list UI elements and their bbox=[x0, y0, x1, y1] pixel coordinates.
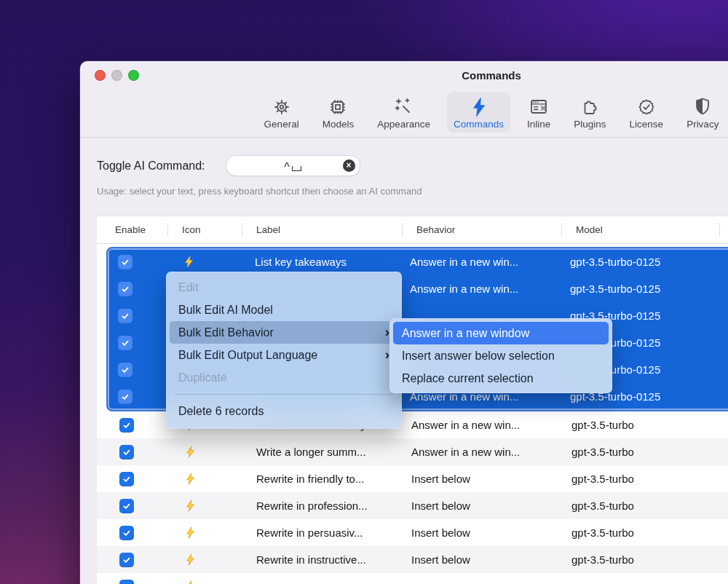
row-behavior: Answer in a new win... bbox=[402, 446, 561, 458]
preferences-toolbar: General Models Appearance Commands ⌘ Inl… bbox=[80, 89, 728, 138]
row-label: Write a longer summ... bbox=[242, 446, 402, 458]
column-header-enable[interactable]: Enable bbox=[97, 216, 167, 243]
submenu-item-insert-below-selection[interactable]: Insert answer below selection bbox=[393, 344, 609, 367]
tab-privacy[interactable]: Privacy bbox=[680, 92, 725, 133]
clear-shortcut-button[interactable]: × bbox=[343, 159, 355, 172]
row-model: gpt-3.5-turbo bbox=[561, 473, 719, 485]
lightning-icon bbox=[184, 526, 242, 539]
row-behavior: Insert below bbox=[402, 500, 561, 512]
submenu-item-replace-current-selection[interactable]: Replace current selection bbox=[393, 367, 609, 390]
menu-item-bulk-edit-behavior[interactable]: Bulk Edit Behavior › bbox=[170, 321, 398, 344]
row-behavior: Insert below bbox=[402, 553, 561, 566]
shortcut-section: Toggle AI Command: ^ × Usage: select you… bbox=[80, 138, 728, 197]
submenu-item-answer-new-window[interactable]: Answer in a new window bbox=[393, 322, 609, 344]
close-button[interactable] bbox=[95, 70, 106, 81]
table-row[interactable]: Write a longer summ... Answer in a new w… bbox=[97, 438, 728, 465]
lightning-icon bbox=[184, 500, 242, 512]
shortcut-recorder-field[interactable]: ^ × bbox=[226, 155, 360, 176]
chip-icon bbox=[327, 96, 349, 118]
minimize-button[interactable] bbox=[111, 70, 122, 81]
enable-checkbox[interactable] bbox=[119, 580, 134, 584]
row-label: Rewrite in instructive... bbox=[242, 553, 402, 566]
row-behavior: Answer in a new win... bbox=[402, 419, 561, 431]
tab-inline[interactable]: ⌘ Inline bbox=[521, 92, 557, 133]
table-row[interactable]: Rewrite in friendly to... Insert below g… bbox=[97, 465, 728, 492]
row-model: gpt-3.5-turbo bbox=[561, 446, 719, 458]
table-row[interactable]: Rewrite in persuasiv... Insert below gpt… bbox=[97, 519, 728, 546]
enable-checkbox[interactable] bbox=[119, 553, 134, 567]
row-behavior: Insert below bbox=[402, 526, 561, 539]
seal-check-icon bbox=[636, 96, 657, 118]
svg-text:⌘: ⌘ bbox=[540, 105, 547, 112]
tab-label: Privacy bbox=[687, 119, 719, 130]
column-header-icon[interactable]: Icon bbox=[167, 216, 242, 243]
table-header: Enable Icon Label Behavior Model bbox=[97, 216, 728, 244]
enable-checkbox[interactable] bbox=[118, 282, 132, 296]
gear-icon bbox=[271, 96, 293, 118]
row-model: gpt-3.5-turbo-0125 bbox=[560, 283, 718, 295]
row-model: gpt-3.5-turbo-0125 bbox=[560, 256, 718, 268]
puzzle-piece-icon bbox=[579, 96, 601, 118]
table-row[interactable]: Rewrite in profession... Insert below gp… bbox=[97, 492, 728, 519]
column-header-label[interactable]: Label bbox=[242, 216, 402, 243]
lightning-icon bbox=[184, 553, 242, 566]
enable-checkbox[interactable] bbox=[119, 472, 134, 486]
tab-label: Commands bbox=[454, 119, 504, 130]
tab-label: License bbox=[630, 119, 664, 130]
menu-item-bulk-edit-output-language[interactable]: Bulk Edit Output Language › bbox=[170, 344, 398, 366]
enable-checkbox[interactable] bbox=[118, 255, 132, 269]
row-model: gpt-3.5-turbo bbox=[561, 500, 719, 512]
row-model: gpt-3.5-turbo bbox=[561, 553, 719, 566]
magic-wand-icon bbox=[393, 96, 415, 118]
column-header-behavior[interactable]: Behavior bbox=[402, 216, 561, 243]
tab-appearance[interactable]: Appearance bbox=[371, 92, 437, 133]
enable-checkbox[interactable] bbox=[118, 336, 132, 350]
tab-label: Models bbox=[323, 119, 355, 130]
shield-icon bbox=[692, 96, 713, 118]
tab-license[interactable]: License bbox=[623, 92, 670, 133]
row-behavior: Answer in a new win... bbox=[400, 283, 560, 295]
enable-checkbox[interactable] bbox=[119, 526, 134, 540]
tab-label: General bbox=[264, 119, 299, 130]
menu-item-bulk-edit-ai-model[interactable]: Bulk Edit AI Model bbox=[170, 299, 398, 321]
control-key-symbol: ^ bbox=[284, 162, 290, 173]
enable-checkbox[interactable] bbox=[119, 499, 134, 513]
inline-window-icon: ⌘ bbox=[528, 96, 550, 118]
window-controls bbox=[95, 70, 139, 81]
enable-checkbox[interactable] bbox=[118, 363, 132, 377]
lightning-bolt-icon bbox=[468, 96, 490, 118]
space-key-icon bbox=[292, 166, 301, 171]
titlebar: Commands bbox=[80, 61, 728, 89]
row-label: Rewrite in friendly to... bbox=[242, 473, 402, 485]
enable-checkbox[interactable] bbox=[118, 390, 132, 404]
column-header-model[interactable]: Model bbox=[561, 216, 719, 243]
lightning-icon bbox=[184, 473, 242, 485]
enable-checkbox[interactable] bbox=[119, 445, 134, 459]
table-row[interactable]: Rewrite in instructive... Insert below g… bbox=[97, 546, 728, 573]
zoom-button[interactable] bbox=[128, 70, 139, 81]
lightning-icon bbox=[183, 256, 240, 268]
menu-item-edit: Edit bbox=[170, 276, 398, 299]
tab-commands[interactable]: Commands bbox=[447, 92, 510, 133]
tab-plugins[interactable]: Plugins bbox=[567, 92, 612, 133]
tab-general[interactable]: General bbox=[258, 92, 306, 133]
row-behavior: Answer in a new win... bbox=[400, 256, 560, 268]
lightning-icon bbox=[184, 580, 242, 584]
menu-item-duplicate: Duplicate bbox=[170, 366, 398, 389]
tab-label: Plugins bbox=[574, 119, 606, 130]
window-title: Commands bbox=[80, 69, 728, 82]
enable-checkbox[interactable] bbox=[118, 309, 132, 323]
lightning-icon bbox=[184, 446, 242, 458]
toggle-ai-command-label: Toggle AI Command: bbox=[97, 159, 205, 173]
tab-models[interactable]: Models bbox=[316, 92, 361, 133]
enable-checkbox[interactable] bbox=[119, 418, 134, 433]
row-model: gpt-3.5-turbo bbox=[561, 526, 719, 539]
column-header-spacer bbox=[719, 216, 728, 243]
menu-item-delete-records[interactable]: Delete 6 records bbox=[170, 400, 398, 422]
row-label: List key takeaways bbox=[240, 256, 400, 268]
row-model: gpt-3.5-turbo bbox=[561, 419, 719, 431]
menu-separator bbox=[175, 394, 393, 395]
context-menu: Edit Bulk Edit AI Model Bulk Edit Behavi… bbox=[166, 272, 402, 429]
table-row[interactable] bbox=[97, 573, 728, 584]
tab-label: Inline bbox=[527, 119, 550, 130]
